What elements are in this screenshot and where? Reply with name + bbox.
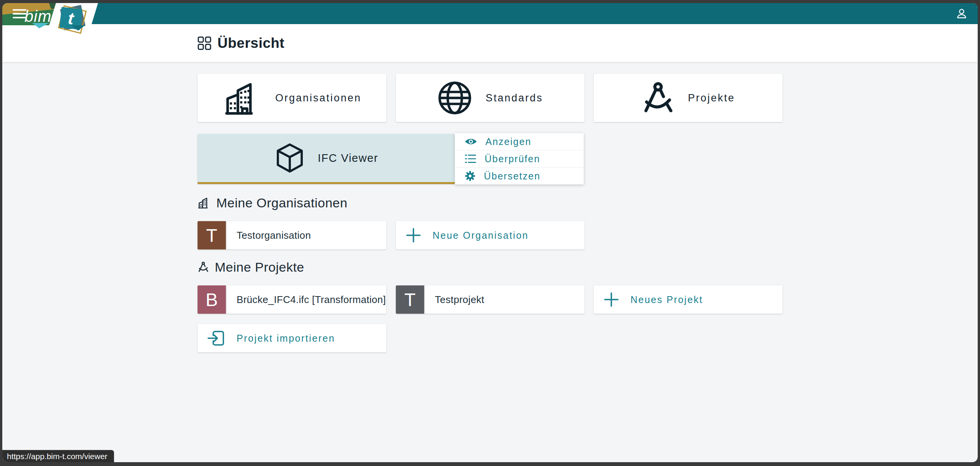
menu-item-label: Überprüfen <box>485 153 540 165</box>
avatar: T <box>396 285 424 314</box>
nav-card-standards[interactable]: Standards <box>396 74 585 122</box>
menu-item-label: Anzeigen <box>485 136 531 147</box>
avatar-initial: B <box>206 289 218 310</box>
section-title: Meine Organisationen <box>216 196 348 210</box>
logo-tile-letter: t <box>67 10 74 27</box>
gear-icon <box>465 171 475 181</box>
viewer-context-menu: Anzeigen Überprüfen Übersetzen <box>455 133 584 184</box>
app-window: t bim Übersicht <box>2 3 978 462</box>
avatar: B <box>198 285 226 314</box>
nav-card-organisationen[interactable]: Organisationen <box>198 74 386 122</box>
compass-icon <box>641 80 675 116</box>
section-header-projekte: Meine Projekte <box>198 259 304 275</box>
cube-icon <box>274 141 305 175</box>
menu-item-ueberpruefen[interactable]: Überprüfen <box>455 150 584 167</box>
eye-icon <box>465 137 477 146</box>
viewer-card-label: IFC Viewer <box>318 152 378 165</box>
action-label: Neue Organisation <box>433 230 529 241</box>
project-list-item-testprojekt[interactable]: T Testprojekt <box>396 285 585 314</box>
menu-item-label: Übersetzen <box>484 171 541 182</box>
logo-wordmark: bim <box>24 8 52 24</box>
user-account-icon[interactable] <box>956 8 968 20</box>
globe-icon <box>437 80 472 116</box>
compass-icon <box>198 261 209 273</box>
import-project-button[interactable]: Projekt importieren <box>198 324 386 352</box>
overview-grid-icon <box>198 36 211 50</box>
avatar-initial: T <box>206 225 217 246</box>
new-organisation-button[interactable]: Neue Organisation <box>396 221 585 249</box>
avatar: T <box>198 221 226 249</box>
project-name: Brücke_IFC4.ifc [Transformation] <box>237 294 386 306</box>
link-preview-statusbar: https://app.bim-t.com/viewer <box>2 450 114 462</box>
building-icon <box>198 197 211 209</box>
nav-card-label: Projekte <box>688 92 735 104</box>
plus-icon <box>604 292 619 307</box>
new-project-button[interactable]: Neues Projekt <box>594 285 782 314</box>
action-label: Neues Projekt <box>630 294 703 305</box>
hamburger-menu-icon[interactable] <box>13 9 26 19</box>
building-icon <box>222 80 262 116</box>
checklist-icon <box>465 154 476 164</box>
import-icon <box>207 330 225 347</box>
action-label: Projekt importieren <box>237 333 335 344</box>
project-name: Testprojekt <box>435 294 484 306</box>
section-header-organisationen: Meine Organisationen <box>198 195 348 211</box>
nav-card-ifc-viewer[interactable]: IFC Viewer <box>198 134 455 184</box>
project-list-item-bruecke[interactable]: B Brücke_IFC4.ifc [Transformation] <box>198 285 386 314</box>
nav-card-projekte[interactable]: Projekte <box>594 74 782 122</box>
app-bar <box>2 3 978 24</box>
avatar-initial: T <box>404 289 415 310</box>
organisation-list-item[interactable]: T Testorganisation <box>198 221 386 249</box>
plus-icon <box>406 228 421 243</box>
nav-card-label: Standards <box>485 92 543 104</box>
menu-item-uebersetzen[interactable]: Übersetzen <box>455 167 584 184</box>
nav-card-label: Organisationen <box>275 92 361 104</box>
page-header: Übersicht <box>2 24 978 62</box>
menu-item-anzeigen[interactable]: Anzeigen <box>455 133 584 150</box>
organisation-name: Testorganisation <box>237 230 311 241</box>
page-title: Übersicht <box>217 35 284 51</box>
section-title: Meine Projekte <box>215 260 304 275</box>
